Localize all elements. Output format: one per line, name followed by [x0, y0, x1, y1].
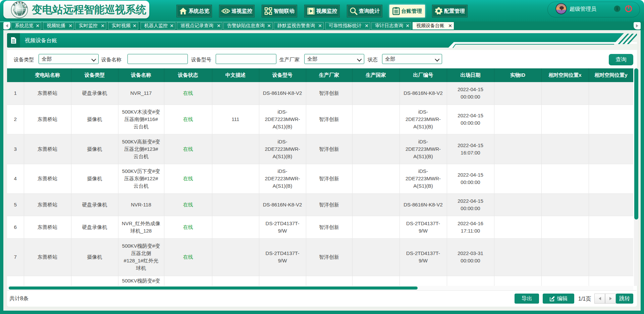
svg-text:i: i: [616, 6, 618, 11]
svg-text:视频设备台账: 视频设备台账: [24, 38, 57, 43]
